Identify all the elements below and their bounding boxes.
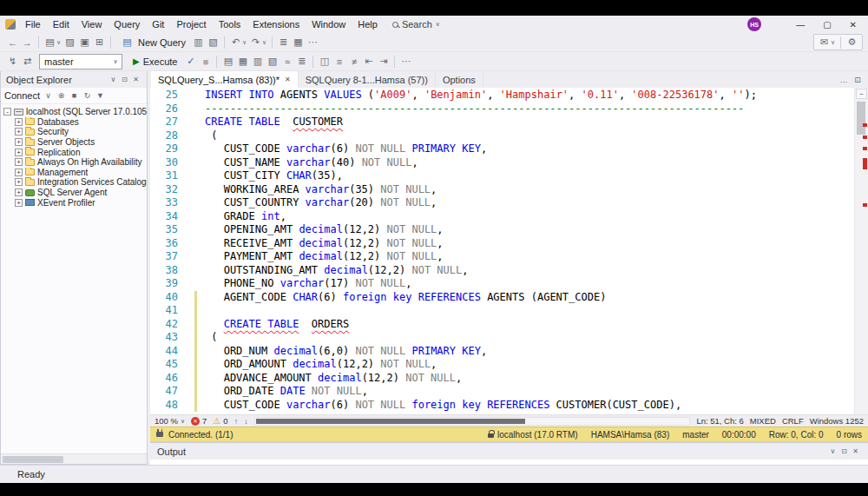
editor-tab[interactable]: SQLQuery 8-1...Hamsa (57)) — [299, 71, 436, 88]
prev-issue-icon[interactable]: ↑ — [234, 417, 239, 426]
close-output-icon[interactable]: ✕ — [850, 446, 861, 457]
editor-tab[interactable]: SQLQuery_S...Hamsa (83))*✕ — [151, 71, 299, 88]
activity-monitor-icon[interactable]: ≣ — [276, 35, 291, 50]
object-explorer-hscrollbar[interactable] — [1, 453, 147, 464]
nav-back-icon[interactable]: ← — [5, 35, 20, 50]
float-window-icon[interactable]: ⊡ — [852, 74, 864, 86]
expander-icon[interactable]: + — [15, 199, 23, 207]
expander-icon[interactable]: + — [15, 128, 23, 136]
minimize-button[interactable]: — — [790, 20, 811, 30]
tree-item[interactable]: +Security — [1, 127, 147, 137]
results-to-file-icon[interactable]: ▥ — [250, 54, 265, 69]
editor-tab[interactable]: Options — [436, 71, 483, 88]
expander-icon[interactable]: + — [15, 169, 23, 176]
connect-button[interactable]: Connect — [4, 90, 43, 101]
expander-icon[interactable]: + — [15, 158, 23, 166]
decrease-indent-icon[interactable]: ⇤ — [361, 54, 376, 69]
open-file-icon[interactable]: ▨ — [62, 35, 77, 50]
results-to-grid-icon[interactable]: ▦ — [235, 54, 250, 69]
toolbar-options-icon[interactable]: ⋯ — [306, 35, 320, 50]
split-editor-icon[interactable]: − — [856, 89, 867, 99]
close-button[interactable]: ✕ — [844, 20, 863, 30]
scrollbar-thumb[interactable] — [857, 102, 865, 135]
user-avatar[interactable]: HS — [747, 17, 761, 31]
settings-icon[interactable]: ⚙ — [845, 35, 859, 50]
save-icon[interactable]: ▣ — [77, 35, 92, 50]
search-control[interactable]: Search ∨ — [392, 19, 440, 30]
results-to-text-icon[interactable]: ▤ — [220, 54, 235, 69]
save-all-icon[interactable]: ⊞ — [92, 35, 107, 50]
scrollbar-thumb[interactable] — [256, 419, 525, 424]
uncomment-icon[interactable]: ≠ — [346, 54, 361, 69]
expander-icon[interactable]: + — [15, 149, 23, 156]
disconnect-icon[interactable]: ⊗ — [55, 89, 68, 103]
tree-item[interactable]: +Management — [1, 168, 147, 178]
comment-icon[interactable]: ≡ — [332, 54, 346, 69]
open-query-icon[interactable]: ▧ — [206, 35, 220, 50]
refresh-icon[interactable]: ↻ — [81, 89, 94, 103]
close-tab-icon[interactable]: ✕ — [285, 76, 291, 83]
parse-query-icon[interactable]: ✓ — [183, 54, 198, 69]
execute-button[interactable]: ▶ Execute — [127, 54, 183, 69]
menu-item-window[interactable]: Window — [306, 17, 352, 32]
tab-overflow-icon[interactable]: … — [838, 74, 850, 86]
client-statistics-icon[interactable]: ≣ — [294, 54, 309, 69]
tree-item[interactable]: +Server Objects — [1, 137, 147, 148]
expander-icon[interactable]: + — [15, 178, 23, 186]
warning-indicator[interactable]: ⚠ 0 — [213, 416, 227, 426]
expander-icon[interactable]: + — [15, 118, 23, 126]
horizontal-scrollbar[interactable] — [254, 417, 691, 426]
menu-item-query[interactable]: Query — [108, 17, 146, 32]
window-position-icon[interactable]: ∨ — [108, 74, 119, 85]
query-options-icon[interactable]: ⋯ — [398, 54, 413, 69]
connect-query-icon[interactable]: ↯ — [5, 54, 20, 69]
new-file-dropdown-icon[interactable]: ∨ — [55, 35, 62, 50]
tree-item[interactable]: +Always On High Availability — [1, 157, 147, 168]
zoom-select[interactable]: 100 % ∨ — [155, 416, 185, 426]
menu-item-extensions[interactable]: Extensions — [247, 17, 306, 32]
undo-dropdown-icon[interactable]: ∨ — [240, 35, 248, 50]
tree-item[interactable]: +Integration Services Catalogs — [1, 177, 147, 188]
estimated-plan-icon[interactable]: ▧ — [265, 54, 279, 69]
pin-icon[interactable]: ⊡ — [838, 446, 850, 457]
menu-item-git[interactable]: Git — [146, 17, 170, 32]
pin-icon[interactable]: ⊡ — [119, 74, 130, 85]
redo-dropdown-icon[interactable]: ∨ — [260, 35, 268, 50]
new-query-button[interactable]: ▤ New Query — [115, 35, 191, 50]
filter-icon[interactable]: ▼ — [94, 89, 107, 103]
tree-item[interactable]: +XEvent Profiler — [1, 197, 147, 208]
expander-icon[interactable]: + — [15, 188, 23, 196]
error-indicator[interactable]: ✕ 7 — [191, 416, 207, 426]
menu-item-help[interactable]: Help — [352, 17, 384, 32]
registered-servers-icon[interactable]: ▦ — [291, 35, 306, 50]
sqlcmd-mode-icon[interactable]: ◫ — [317, 54, 332, 69]
change-connection-icon[interactable]: ⇄ — [20, 54, 35, 69]
live-query-stats-icon[interactable]: ≈ — [279, 54, 294, 69]
expander-icon[interactable]: - — [3, 108, 11, 116]
tree-item[interactable]: +SQL Server Agent — [1, 188, 147, 198]
menu-item-edit[interactable]: Edit — [47, 17, 76, 32]
menu-item-file[interactable]: File — [19, 17, 47, 32]
menu-item-project[interactable]: Project — [170, 17, 212, 32]
next-issue-icon[interactable]: ↓ — [244, 417, 248, 426]
menu-item-tools[interactable]: Tools — [213, 17, 247, 32]
connect-chevron-icon[interactable]: ∨ — [42, 89, 55, 103]
cancel-query-icon[interactable]: ■ — [198, 54, 213, 69]
nav-forward-icon[interactable]: → — [20, 35, 35, 50]
expander-icon[interactable]: + — [15, 138, 23, 146]
vertical-scrollbar[interactable]: − — [854, 88, 868, 414]
stop-icon[interactable]: ■ — [68, 89, 81, 103]
new-notebook-icon[interactable]: ▥ — [191, 35, 206, 50]
increase-indent-icon[interactable]: ⇥ — [376, 54, 391, 69]
database-combobox[interactable]: master ∨ — [39, 54, 122, 69]
scrollbar-thumb[interactable] — [3, 456, 63, 463]
tree-item[interactable]: +Databases — [1, 117, 147, 128]
output-dropdown-icon[interactable]: ∨ — [827, 446, 838, 457]
code-editor[interactable]: 25INSERT INTO AGENTS VALUES ('A009', 'Be… — [150, 88, 854, 414]
feedback-dropdown-icon[interactable]: ∨ — [829, 35, 837, 50]
close-panel-icon[interactable]: ✕ — [130, 74, 141, 85]
maximize-button[interactable]: ▢ — [817, 20, 837, 30]
tree-item[interactable]: +Replication — [1, 147, 147, 157]
tree-item[interactable]: -localhost (SQL Server 17.0.1050.2 - HAM… — [1, 107, 147, 117]
menu-item-view[interactable]: View — [76, 17, 108, 32]
